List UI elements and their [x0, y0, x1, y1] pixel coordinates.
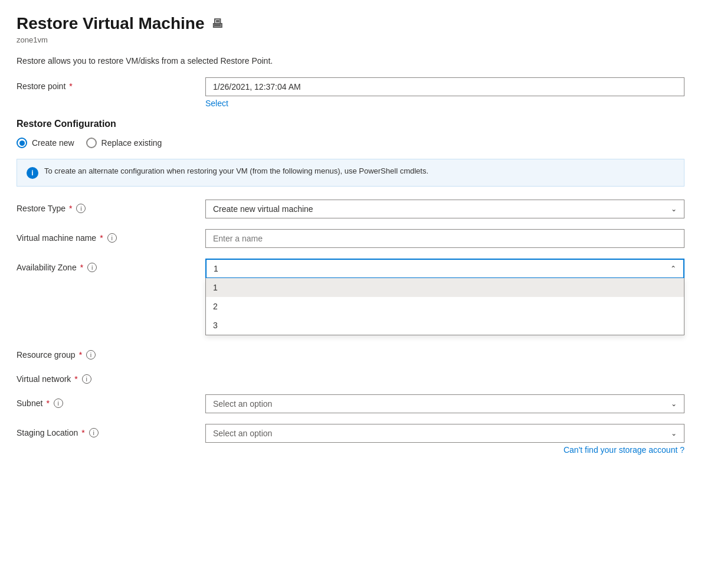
cant-find-storage-link-area: Can't find your storage account ?: [205, 445, 684, 455]
availability-zone-option-1[interactable]: 1: [206, 278, 684, 297]
vm-name-required: *: [100, 233, 103, 243]
availability-zone-dropdown[interactable]: 1 ⌃: [205, 259, 684, 279]
subnet-info-icon[interactable]: i: [54, 398, 63, 408]
restore-point-label: Restore point *: [17, 77, 205, 91]
subnet-placeholder: Select an option: [213, 399, 272, 409]
info-banner-text: To create an alternate configuration whe…: [44, 166, 428, 175]
availability-zone-option-3[interactable]: 3: [206, 316, 684, 335]
resource-group-required: *: [79, 350, 82, 360]
restore-configuration-radio-group: Create new Replace existing: [17, 138, 684, 148]
virtual-network-info-icon[interactable]: i: [82, 374, 91, 384]
availability-zone-required: *: [80, 263, 83, 272]
vm-name-label: Virtual machine name * i: [17, 229, 205, 243]
restore-type-dropdown[interactable]: Create new virtual machine ⌄: [205, 200, 684, 218]
subnet-label: Subnet * i: [17, 394, 205, 408]
radio-create-new-label: Create new: [32, 138, 74, 148]
virtual-network-required: *: [74, 374, 77, 384]
radio-replace-existing-circle[interactable]: [86, 138, 97, 148]
vm-name-info-icon[interactable]: i: [107, 233, 117, 243]
restore-type-row: Restore Type * i Create new virtual mach…: [17, 200, 684, 218]
restore-type-required: *: [69, 204, 72, 213]
availability-zone-menu: 1 2 3: [205, 278, 684, 335]
restore-point-value: 1/26/2021, 12:37:04 AM: [205, 77, 684, 96]
print-icon[interactable]: 🖶: [211, 17, 223, 31]
subnet-required: *: [46, 398, 49, 408]
vm-name-control: [205, 229, 684, 248]
radio-create-new[interactable]: Create new: [17, 138, 74, 148]
resource-group-row: Resource group * i: [17, 346, 684, 360]
radio-replace-existing-label: Replace existing: [101, 138, 162, 148]
availability-zone-value: 1: [214, 264, 218, 273]
radio-replace-existing[interactable]: Replace existing: [86, 138, 162, 148]
staging-location-dropdown[interactable]: Select an option ⌄: [205, 424, 684, 443]
staging-location-placeholder: Select an option: [213, 429, 272, 438]
resource-group-label: Resource group * i: [17, 346, 205, 360]
availability-zone-info-icon[interactable]: i: [87, 263, 97, 272]
staging-location-info-icon[interactable]: i: [89, 428, 99, 437]
availability-zone-option-2[interactable]: 2: [206, 297, 684, 316]
staging-location-row: Staging Location * i Select an option ⌄ …: [17, 424, 684, 455]
subnet-row: Subnet * i Select an option ⌄: [17, 394, 684, 413]
staging-location-chevron: ⌄: [671, 429, 677, 437]
page-title-area: Restore Virtual Machine 🖶: [17, 14, 684, 33]
page-description: Restore allows you to restore VM/disks f…: [17, 56, 684, 66]
staging-location-label: Staging Location * i: [17, 424, 205, 437]
restore-type-chevron: ⌄: [671, 205, 677, 213]
virtual-network-row: Virtual network * i: [17, 370, 684, 384]
restore-type-control: Create new virtual machine ⌄: [205, 200, 684, 218]
cant-find-storage-link[interactable]: Can't find your storage account ?: [564, 445, 684, 455]
page-subtitle: zone1vm: [17, 35, 684, 44]
restore-point-select-link[interactable]: Select: [205, 99, 228, 108]
resource-group-info-icon[interactable]: i: [86, 350, 96, 360]
restore-type-info-icon[interactable]: i: [76, 204, 86, 213]
vm-name-input[interactable]: [205, 229, 684, 248]
staging-location-control: Select an option ⌄ Can't find your stora…: [205, 424, 684, 455]
radio-create-new-circle[interactable]: [17, 138, 27, 148]
page-title: Restore Virtual Machine: [17, 14, 204, 33]
info-banner-icon: i: [27, 167, 38, 179]
availability-zone-label: Availability Zone * i: [17, 259, 205, 272]
restore-configuration-title: Restore Configuration: [17, 119, 684, 129]
virtual-network-label: Virtual network * i: [17, 370, 205, 384]
availability-zone-row: Availability Zone * i 1 ⌃ 1 2 3: [17, 259, 684, 335]
vm-name-row: Virtual machine name * i: [17, 229, 684, 248]
availability-zone-control: 1 ⌃ 1 2 3: [205, 259, 684, 335]
restore-point-control: 1/26/2021, 12:37:04 AM Select: [205, 77, 684, 108]
subnet-control: Select an option ⌄: [205, 394, 684, 413]
restore-point-required: *: [69, 81, 72, 91]
restore-type-value: Create new virtual machine: [213, 204, 313, 214]
staging-location-required: *: [81, 428, 84, 437]
subnet-dropdown[interactable]: Select an option ⌄: [205, 394, 684, 413]
restore-point-row: Restore point * 1/26/2021, 12:37:04 AM S…: [17, 77, 684, 108]
subnet-chevron: ⌄: [671, 400, 677, 408]
availability-zone-chevron-up: ⌃: [670, 264, 676, 273]
restore-type-label: Restore Type * i: [17, 200, 205, 213]
info-banner: i To create an alternate configuration w…: [17, 159, 684, 187]
